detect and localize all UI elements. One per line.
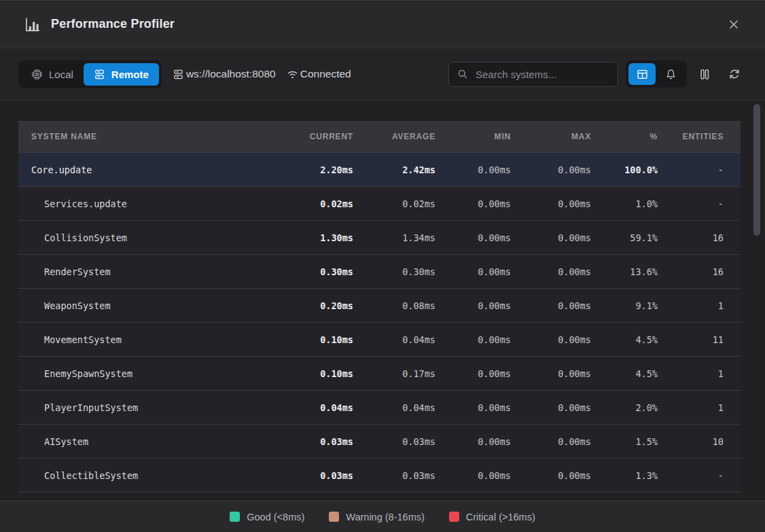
profiler-content: SYSTEM NAME CURRENT AVERAGE MIN MAX % EN… (0, 101, 765, 501)
page-title: Performance Profiler (51, 17, 713, 31)
connection-status-label: Connected (300, 68, 351, 80)
server-icon (173, 69, 184, 80)
systems-table: SYSTEM NAME CURRENT AVERAGE MIN MAX % EN… (18, 121, 741, 493)
legend-label: Good (<8ms) (247, 512, 304, 522)
close-button[interactable] (723, 14, 745, 35)
legend-label: Warning (8-16ms) (346, 512, 425, 522)
column-header-percent[interactable]: % (608, 132, 675, 141)
table-view-button[interactable] (628, 63, 656, 85)
search-icon (457, 69, 468, 79)
column-header-entities[interactable]: ENTITIES (675, 132, 741, 141)
table-row[interactable]: CollectibleSystem 0.03ms 0.03ms 0.00ms 0… (18, 458, 741, 492)
legend-item: Critical (>16ms) (449, 512, 535, 522)
legend: Good (<8ms) Warning (8-16ms) Critical (>… (0, 501, 765, 532)
close-icon (727, 18, 741, 31)
connection-mode-toggle: Local Remote (18, 60, 162, 88)
legend-swatch (449, 512, 459, 522)
remote-mode-label: Remote (111, 69, 149, 80)
refresh-button[interactable] (722, 62, 747, 86)
legend-swatch (329, 512, 339, 522)
alerts-button[interactable] (657, 63, 684, 85)
table-row[interactable]: WeaponSystem 0.20ms 0.08ms 0.00ms 0.00ms… (18, 288, 741, 322)
column-header-system-name[interactable]: SYSTEM NAME (18, 132, 289, 141)
scrollbar-thumb[interactable] (753, 104, 760, 236)
performance-profiler-window: Performance Profiler (0, 0, 765, 532)
table-body: Core.update 2.20ms 2.42ms 0.00ms 0.00ms … (18, 152, 741, 492)
search-input[interactable] (474, 68, 609, 81)
connection-status: Connected (287, 68, 351, 80)
local-mode-button[interactable]: Local (21, 63, 84, 86)
refresh-icon (728, 68, 741, 80)
ws-endpoint: ws://localhost:8080 (173, 68, 276, 80)
table-row[interactable]: RenderSystem 0.30ms 0.30ms 0.00ms 0.00ms… (18, 254, 741, 288)
remote-mode-button[interactable]: Remote (84, 63, 159, 86)
table-row[interactable]: CollisionSystem 1.30ms 1.34ms 0.00ms 0.0… (18, 220, 741, 254)
table-row[interactable]: PlayerInputSystem 0.04ms 0.04ms 0.00ms 0… (18, 390, 741, 424)
column-header-min[interactable]: MIN (452, 132, 528, 141)
legend-label: Critical (>16ms) (466, 512, 535, 522)
table-row[interactable]: Services.update 0.02ms 0.02ms 0.00ms 0.0… (18, 186, 741, 220)
column-header-max[interactable]: MAX (528, 132, 608, 141)
legend-item: Warning (8-16ms) (329, 512, 425, 522)
table-row[interactable]: EnemySpawnSystem 0.10ms 0.17ms 0.00ms 0.… (18, 356, 741, 390)
table-header-row: SYSTEM NAME CURRENT AVERAGE MIN MAX % EN… (18, 121, 741, 152)
wifi-icon (287, 69, 298, 80)
column-header-average[interactable]: AVERAGE (370, 132, 452, 141)
pause-icon (699, 69, 710, 80)
legend-item: Good (<8ms) (230, 512, 304, 522)
table-view-icon (637, 69, 648, 80)
search-box (448, 62, 618, 87)
view-toggle-group (626, 60, 687, 88)
ws-url-label: ws://localhost:8080 (186, 68, 276, 80)
legend-swatch (230, 512, 240, 522)
column-header-current[interactable]: CURRENT (289, 132, 370, 141)
table-row[interactable]: AISystem 0.03ms 0.03ms 0.00ms 0.00ms 1.5… (18, 424, 741, 458)
titlebar: Performance Profiler (0, 1, 765, 48)
bar-chart-icon (23, 16, 41, 33)
table-row[interactable]: Core.update 2.20ms 2.42ms 0.00ms 0.00ms … (18, 152, 741, 186)
local-mode-label: Local (49, 69, 73, 80)
bell-icon (665, 69, 677, 80)
pause-button[interactable] (692, 62, 717, 86)
table-row[interactable]: MovementSystem 0.10ms 0.04ms 0.00ms 0.00… (18, 322, 741, 356)
cpu-icon (31, 69, 43, 80)
toolbar: Local Remote (0, 48, 765, 101)
server-icon (94, 69, 105, 80)
